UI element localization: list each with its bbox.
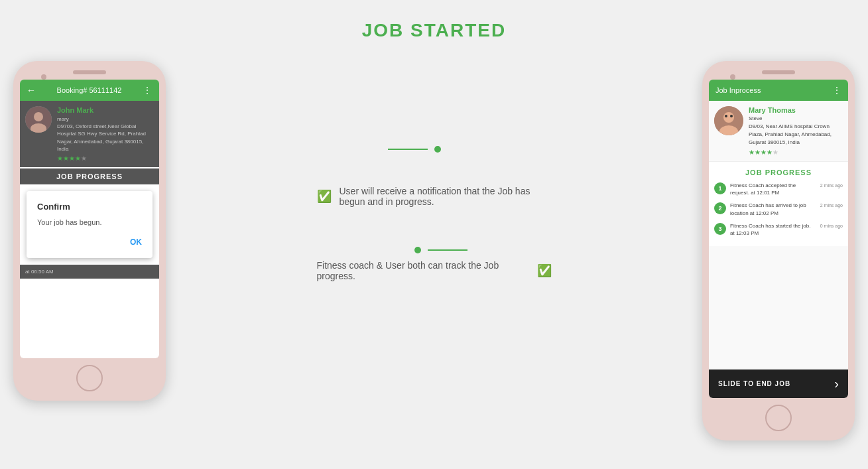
confirm-title: Confirm [37, 202, 142, 212]
notification-text: User will receive a notification that th… [340, 186, 552, 207]
connector-line-bottom [428, 249, 467, 251]
confirm-message: Your job has begun. [37, 218, 142, 226]
tracking-text: Fitness coach & User both can track the … [317, 260, 529, 281]
profile-stars: ★★★★★ [57, 155, 154, 162]
left-phone-home-button[interactable] [76, 365, 103, 391]
ok-button[interactable]: OK [130, 237, 142, 247]
right-menu-icon[interactable]: ⋮ [832, 85, 841, 96]
menu-icon[interactable]: ⋮ [143, 85, 153, 96]
back-arrow-icon[interactable]: ← [27, 85, 36, 96]
bottom-bar-left: at 06:50 AM [20, 265, 159, 279]
right-phone-speaker [762, 70, 795, 74]
green-dot-bottom [414, 247, 421, 253]
left-screen-header: ← Booking# 56111142 ⋮ [20, 80, 159, 101]
right-avatar [714, 106, 743, 135]
profile-info: John Mark mary D9703, Oxford street,Near… [57, 106, 154, 162]
progress-item-3: 3 Fitness Coach has started the job. at … [714, 222, 843, 237]
progress-time-3: 0 mins ago [820, 224, 843, 228]
progress-item-1: 1 Fitness Coach accepted the request. at… [714, 182, 843, 196]
slide-label: SLIDE TO END JOB [718, 380, 790, 387]
right-profile-sub: Steve D9/03, Near AIIMS hospital Crown P… [749, 115, 843, 147]
svg-point-4 [723, 112, 734, 123]
avatar [25, 106, 52, 133]
tracking-row [414, 247, 467, 253]
slide-to-end-bar[interactable]: SLIDE TO END JOB › [709, 369, 848, 398]
right-header-title: Job Inprocess [715, 86, 761, 94]
right-phone-home-button[interactable] [765, 405, 792, 431]
tracking-text-row: Fitness coach & User both can track the … [317, 260, 552, 281]
left-phone: ← Booking# 56111142 ⋮ John Mark mary [13, 61, 166, 401]
progress-number-3: 3 [714, 223, 726, 235]
profile-address: D9703, Oxford street,Near Global Hospita… [57, 123, 146, 152]
content-area: ← Booking# 56111142 ⋮ John Mark mary [13, 61, 855, 440]
green-dot-top [434, 146, 441, 153]
right-profile-name: Mary Thomas [749, 106, 843, 114]
progress-time-1: 2 mins ago [820, 183, 843, 188]
right-profile-info: Mary Thomas Steve D9/03, Near AIIMS hosp… [749, 106, 843, 156]
confirm-dialog: Confirm Your job has begun. OK [27, 191, 153, 258]
left-phone-speaker [73, 70, 106, 74]
right-job-progress-title: JOB PROGRESS [714, 168, 843, 176]
right-screen-spacer [709, 246, 848, 369]
right-screen-header: Job Inprocess ⋮ [709, 80, 848, 101]
notification-text-row: ✅ User will receive a notification that … [317, 186, 552, 207]
right-phone-camera [730, 74, 735, 80]
profile-sub-name: mary [57, 116, 69, 122]
progress-text-2: Fitness Coach has arrived to job locatio… [730, 202, 816, 216]
connector-line-top [388, 149, 428, 150]
middle-area: ✅ User will receive a notification that … [166, 61, 702, 366]
svg-point-1 [34, 112, 43, 121]
left-phone-screen: ← Booking# 56111142 ⋮ John Mark mary [20, 80, 159, 358]
right-role: Steve [749, 115, 843, 123]
booking-title: Booking# 56111142 [57, 86, 122, 94]
left-profile-section: John Mark mary D9703, Oxford street,Near… [20, 101, 159, 167]
progress-number-1: 1 [714, 182, 726, 194]
left-phone-camera [41, 74, 46, 80]
profile-sub: mary D9703, Oxford street,Near Global Ho… [57, 115, 154, 153]
svg-point-6 [725, 115, 727, 117]
check-icon-bottom: ✅ [537, 263, 552, 278]
progress-text-3: Fitness Coach has started the job. at 12… [730, 222, 816, 237]
bottom-time: at 06:50 AM [25, 269, 54, 275]
right-address: D9/03, Near AIIMS hospital Crown Plaza, … [749, 123, 843, 147]
svg-point-7 [730, 115, 733, 117]
progress-number-2: 2 [714, 202, 726, 214]
job-progress-section: JOB PROGRESS [20, 168, 159, 184]
page-title: JOB STARTED [362, 20, 507, 41]
confirm-ok: OK [37, 235, 142, 247]
check-icon-top: ✅ [317, 189, 332, 204]
right-stars: ★★★★★ [749, 149, 843, 156]
job-progress-title: JOB PROGRESS [25, 172, 154, 180]
right-job-progress: JOB PROGRESS 1 Fitness Coach accepted th… [709, 162, 848, 246]
progress-text-1: Fitness Coach accepted the request. at 1… [730, 182, 816, 196]
slide-arrow-icon: › [834, 376, 839, 391]
right-phone: Job Inprocess ⋮ Mary Thomas [702, 61, 855, 440]
profile-name: John Mark [57, 106, 154, 114]
progress-item-2: 2 Fitness Coach has arrived to job locat… [714, 202, 843, 216]
right-profile-section: Mary Thomas Steve D9/03, Near AIIMS hosp… [709, 101, 848, 162]
progress-time-2: 2 mins ago [820, 203, 843, 208]
notification-row [388, 146, 441, 153]
right-phone-screen: Job Inprocess ⋮ Mary Thomas [709, 80, 848, 398]
